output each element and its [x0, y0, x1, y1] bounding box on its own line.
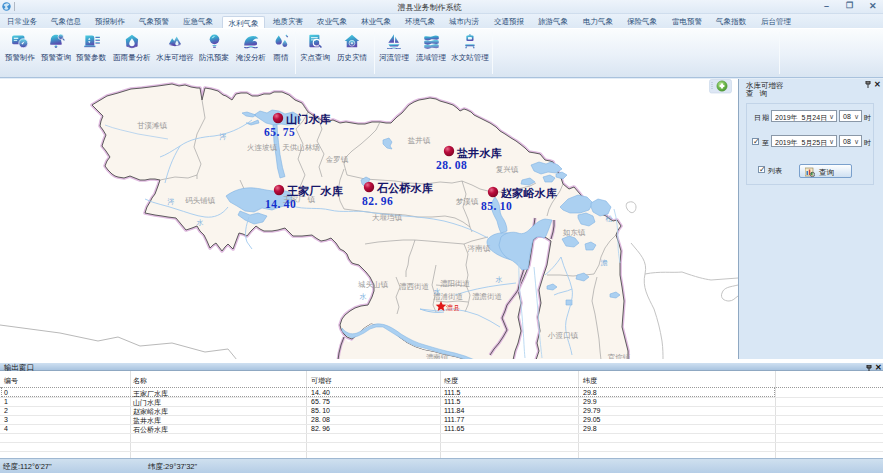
svg-text:松: 松	[606, 215, 613, 222]
svg-text:澧西街道: 澧西街道	[399, 282, 430, 291]
svg-text:水: 水	[197, 219, 204, 226]
svg-text:大堰垱镇: 大堰垱镇	[372, 213, 403, 222]
svg-text:水: 水	[496, 276, 503, 283]
svg-text:28. 08: 28. 08	[436, 159, 467, 171]
svg-text:涔南镇: 涔南镇	[467, 244, 491, 253]
svg-text:涔: 涔	[168, 198, 175, 206]
svg-text:盐井镇: 盐井镇	[408, 136, 431, 145]
svg-text:澧阳街道: 澧阳街道	[440, 279, 471, 288]
svg-text:复兴镇: 复兴镇	[496, 165, 519, 174]
svg-text:65. 75: 65. 75	[264, 126, 295, 138]
svg-text:14. 40: 14. 40	[265, 198, 296, 210]
svg-text:城头山镇: 城头山镇	[357, 280, 389, 289]
svg-text:澧澹街道: 澧澹街道	[472, 292, 503, 301]
svg-text:码头铺镇: 码头铺镇	[185, 196, 216, 205]
svg-text:山门水库: 山门水库	[286, 113, 331, 125]
svg-text:甘溪滩镇: 甘溪滩镇	[137, 121, 168, 130]
svg-text:盐井水库: 盐井水库	[456, 147, 502, 159]
svg-text:赵家峪水库: 赵家峪水库	[500, 187, 557, 199]
svg-text:王家厂水库: 王家厂水库	[286, 185, 343, 197]
svg-text:涔: 涔	[220, 133, 227, 141]
svg-text:石公桥水库: 石公桥水库	[376, 182, 433, 194]
svg-text:82. 96: 82. 96	[362, 195, 393, 207]
svg-text:85. 10: 85. 10	[481, 200, 512, 212]
svg-text:水: 水	[360, 293, 367, 300]
svg-text:澹: 澹	[601, 259, 608, 267]
svg-text:如东镇: 如东镇	[563, 228, 586, 237]
svg-text:梦溪镇: 梦溪镇	[456, 197, 479, 206]
svg-text:澧县: 澧县	[446, 304, 460, 311]
svg-text:水: 水	[434, 288, 441, 295]
svg-text:天供山林场: 天供山林场	[282, 143, 320, 152]
svg-text:小渡口镇: 小渡口镇	[547, 331, 579, 340]
svg-text:金罗镇: 金罗镇	[326, 155, 349, 164]
svg-text:火连坡镇: 火连坡镇	[247, 143, 278, 152]
